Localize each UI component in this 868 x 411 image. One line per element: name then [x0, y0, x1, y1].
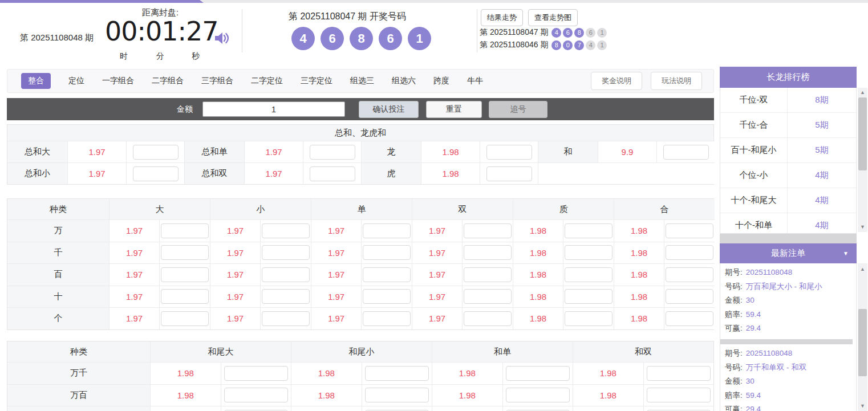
trend-button[interactable]: 结果走势: [481, 9, 523, 26]
odds-cell: [573, 406, 643, 411]
bet-input[interactable]: [363, 245, 411, 260]
confirm-bet-button[interactable]: 确认投注: [359, 101, 419, 118]
bet-input[interactable]: [486, 145, 532, 160]
tab-二字组合[interactable]: 二字组合: [152, 76, 184, 86]
odds-value: 1.98: [442, 147, 459, 157]
bet-input[interactable]: [262, 311, 310, 326]
table-row: 总和大1.97总和单1.97龙1.98和9.9: [7, 141, 713, 162]
streak-scrollbar[interactable]: ▲ ▼: [858, 88, 867, 232]
chevron-down-icon[interactable]: ▼: [843, 250, 849, 257]
tab-组选三[interactable]: 组选三: [350, 76, 374, 86]
tab-定位[interactable]: 定位: [68, 76, 84, 86]
bet-input[interactable]: [133, 166, 179, 181]
bet-input[interactable]: [224, 366, 288, 381]
row-label: 百: [7, 263, 109, 286]
bet-input[interactable]: [506, 388, 570, 402]
tab-组选六[interactable]: 组选六: [392, 76, 416, 86]
bet-input[interactable]: [161, 223, 209, 238]
history-ball: 1: [597, 40, 607, 50]
bet-input[interactable]: [161, 311, 209, 326]
odds-cell: 1.98: [513, 307, 563, 329]
bet-input[interactable]: [262, 267, 310, 282]
table-row: 百1.971.971.971.971.981.98: [7, 263, 713, 286]
bet-input[interactable]: [666, 267, 713, 282]
bet-input[interactable]: [647, 366, 711, 381]
bet-input-cell: [563, 263, 614, 286]
tab-二字定位[interactable]: 二字定位: [251, 76, 283, 86]
tab-三字组合[interactable]: 三字组合: [201, 76, 233, 86]
odds-cell: 1.97: [210, 286, 260, 308]
bet-input[interactable]: [310, 145, 355, 160]
draw-ball: 1: [408, 27, 431, 50]
bet-input[interactable]: [365, 388, 429, 402]
orders-scrollbar[interactable]: ▲ ▼: [858, 263, 867, 411]
bet-input[interactable]: [161, 267, 209, 282]
bet-input[interactable]: [224, 388, 288, 402]
speaker-icon[interactable]: [212, 29, 232, 48]
scroll-down-icon[interactable]: ▼: [858, 401, 867, 411]
bet-input[interactable]: [262, 223, 310, 238]
tab-三字定位[interactable]: 三字定位: [301, 76, 332, 86]
bet-input[interactable]: [647, 388, 711, 402]
bet-input[interactable]: [565, 245, 613, 260]
order-entry: 期号:20251108048号码:万千和单双 - 和双金额:30赔率:59.4可…: [720, 344, 856, 411]
bet-input[interactable]: [363, 267, 411, 282]
row-label: 千: [7, 242, 109, 264]
bet-input[interactable]: [663, 145, 709, 160]
odds-cell: 1.98: [432, 362, 502, 384]
scroll-down-icon[interactable]: ▼: [858, 222, 867, 232]
bet-input[interactable]: [464, 223, 512, 238]
tab-牛牛[interactable]: 牛牛: [467, 76, 483, 86]
bet-input[interactable]: [365, 366, 429, 381]
info-button[interactable]: 奖金说明: [591, 72, 642, 90]
table-row: 万千1.981.981.981.98: [7, 362, 713, 384]
bet-input[interactable]: [565, 267, 613, 282]
bet-input[interactable]: [161, 289, 209, 304]
bet-input-cell: [563, 307, 614, 329]
odds-value: 1.97: [328, 292, 344, 302]
scrollbar-thumb[interactable]: [858, 309, 867, 376]
bet-input[interactable]: [310, 166, 355, 181]
amount-input[interactable]: [202, 101, 345, 117]
bet-input[interactable]: [363, 223, 411, 238]
bet-input[interactable]: [464, 289, 512, 304]
chase-number-button[interactable]: 追号: [489, 101, 547, 118]
bet-input[interactable]: [666, 245, 713, 260]
bet-input[interactable]: [565, 289, 613, 304]
bet-input[interactable]: [464, 267, 512, 282]
bet-input[interactable]: [565, 223, 613, 238]
row-label: 万: [7, 219, 109, 242]
bet-input-cell: [260, 242, 311, 264]
odds-value: 1.98: [177, 390, 194, 400]
bet-input[interactable]: [161, 245, 209, 260]
odds-cell: 1.97: [67, 162, 126, 184]
bet-input[interactable]: [464, 245, 512, 260]
odds-cell: 1.98: [513, 242, 563, 264]
bet-input[interactable]: [363, 289, 411, 304]
bet-input[interactable]: [464, 311, 512, 326]
bet-input[interactable]: [666, 289, 713, 304]
bet-input[interactable]: [506, 366, 570, 381]
info-button[interactable]: 玩法说明: [651, 72, 702, 90]
bet-input-cell: [462, 263, 513, 286]
tab-整合[interactable]: 整合: [21, 73, 51, 89]
reset-button[interactable]: 重置: [426, 101, 482, 118]
bet-input[interactable]: [666, 223, 713, 238]
bet-input[interactable]: [486, 166, 532, 181]
odds-cell: 1.97: [412, 307, 462, 329]
bet-input[interactable]: [565, 311, 613, 326]
bet-input[interactable]: [133, 145, 179, 160]
bet-input[interactable]: [262, 289, 310, 304]
bet-input[interactable]: [262, 245, 310, 260]
tab-一字组合[interactable]: 一字组合: [102, 76, 134, 86]
order-number-value: 万百和尾大小 - 和尾小: [746, 280, 822, 294]
bet-input[interactable]: [666, 311, 713, 326]
scroll-up-icon[interactable]: ▲: [858, 264, 867, 274]
odds-cell: 1.98: [150, 362, 221, 384]
scroll-up-icon[interactable]: ▲: [858, 88, 867, 97]
odds-cell: 1.97: [210, 263, 260, 286]
bet-input[interactable]: [363, 311, 411, 326]
trend-button[interactable]: 查看走势图: [528, 9, 578, 26]
scrollbar-thumb[interactable]: [858, 97, 867, 170]
tab-跨度[interactable]: 跨度: [433, 76, 449, 86]
